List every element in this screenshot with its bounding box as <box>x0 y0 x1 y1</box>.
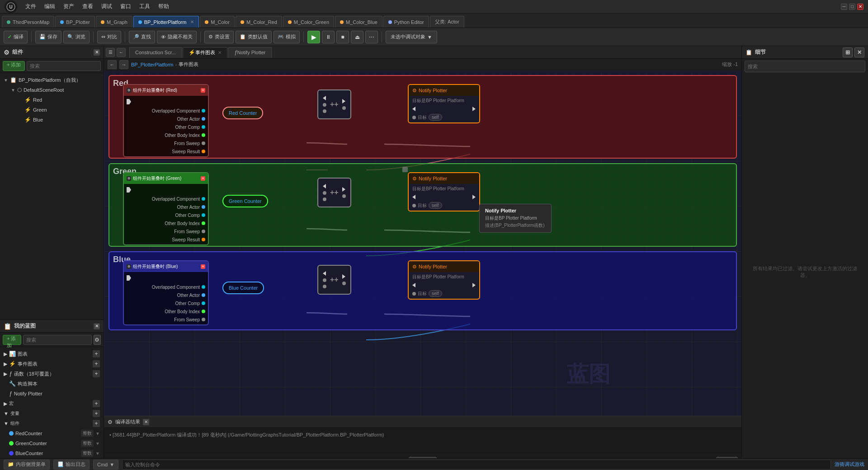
bp-section-add-macro[interactable]: + <box>93 400 100 407</box>
close-btn[interactable]: ✕ <box>857 4 863 10</box>
menu-tools[interactable]: 工具 <box>136 2 154 11</box>
play-button[interactable]: ▶ <box>307 31 320 43</box>
blue-trigger-close[interactable]: ✕ <box>201 264 205 269</box>
red-trigger-close[interactable]: ✕ <box>201 88 205 93</box>
bp-section-add-events[interactable]: + <box>93 360 100 367</box>
save-button[interactable]: 💾 保存 <box>35 31 61 43</box>
right-panel-grid-view-btn[interactable]: ⊞ <box>843 47 853 57</box>
bp-section-macro[interactable]: ▶ 宏 + <box>0 399 104 409</box>
green-trigger-node[interactable]: ⚙ 组件开始重叠时 (Green) ✕ Overlapped Component <box>123 172 209 245</box>
sub-tab-event-graph[interactable]: ⚡ 事件图表 ✕ <box>183 47 227 58</box>
right-panel-search-input[interactable] <box>745 61 865 72</box>
sub-tab-menu-icon[interactable]: ☰ <box>106 48 115 57</box>
cmd-label-btn[interactable]: Cmd ▼ <box>93 460 118 470</box>
bp-section-add-component[interactable]: + <box>93 420 100 427</box>
bp-section-add-functions[interactable]: + <box>93 370 100 377</box>
bp-section-constructor[interactable]: ▶ 🔧 构造脚本 <box>0 379 104 389</box>
bp-section-functions[interactable]: ▶ ƒ 函数（18可覆盖） + <box>0 369 104 379</box>
component-search-input[interactable] <box>27 61 101 71</box>
simulate-button[interactable]: 🎮 模拟 <box>274 31 300 43</box>
browse-button[interactable]: 🔍 浏览 <box>63 31 90 43</box>
tab-m-color-blue[interactable]: M_Color_Blue <box>335 16 382 28</box>
tab-close-bp-plotterplatform[interactable]: ✕ <box>190 19 194 24</box>
nav-back-button[interactable]: ← <box>108 60 117 69</box>
menu-debug[interactable]: 调试 <box>98 2 116 11</box>
green-trigger-close[interactable]: ✕ <box>201 176 205 181</box>
add-component-button[interactable]: + 添加 <box>3 61 25 71</box>
diff-button[interactable]: ⇔ 对比 <box>97 31 121 43</box>
step-button[interactable]: ⋯ <box>365 31 378 43</box>
bp-section-components[interactable]: ▼ 组件 + <box>0 418 104 428</box>
find-button[interactable]: 🔎 直找 <box>129 31 155 43</box>
tab-python-editor[interactable]: Python Editor <box>383 16 429 28</box>
minimize-btn[interactable]: ─ <box>841 4 847 10</box>
tab-bp-plotter[interactable]: BP_Plotter <box>55 16 95 28</box>
tab-m-color-red[interactable]: M_Color_Red <box>236 16 282 28</box>
bp-section-notify-plotter[interactable]: ▶ ƒ Notify Plotter <box>0 389 104 399</box>
red-trigger-node[interactable]: ⚙ 组件开始重叠时 (Red) ✕ Overlapped Component <box>123 84 209 157</box>
green-notify-node[interactable]: ⚙ Notify Plotter 目标是BP Plotter Platform … <box>408 172 480 212</box>
bp-section-add-variable[interactable]: + <box>93 410 100 417</box>
tree-item-bp-plotterplatform[interactable]: ▼ 📋 BP_PlotterPlatform（自我） <box>0 75 104 85</box>
green-gate-node[interactable]: ++ <box>317 178 351 207</box>
compile-button[interactable]: ✓ 编译 <box>4 31 28 43</box>
sub-tab-event-graph-close[interactable]: ✕ <box>218 50 222 55</box>
menu-help[interactable]: 帮助 <box>155 2 173 11</box>
bp-panel-close[interactable]: ✕ <box>94 323 100 329</box>
menu-file[interactable]: 文件 <box>22 2 40 11</box>
debug-target-dropdown[interactable]: 未选中调试对象 ▼ <box>386 31 437 43</box>
tab-m-color[interactable]: M_Color <box>200 16 235 28</box>
eject-button[interactable]: ⏏ <box>351 31 363 43</box>
blue-notify-node[interactable]: ⚙ Notify Plotter 目标是BP Plotter Platform … <box>408 260 480 300</box>
components-panel-close[interactable]: ✕ <box>94 49 100 56</box>
menu-view[interactable]: 查看 <box>79 2 97 11</box>
nav-forward-button[interactable]: → <box>119 60 128 69</box>
sub-tab-notify-plotter[interactable]: ƒ Notify Plotter <box>228 47 272 58</box>
maximize-btn[interactable]: □ <box>849 4 855 10</box>
tab-thirdpersonmap[interactable]: ThirdPersonMap <box>2 16 54 28</box>
tab-m-graph[interactable]: M_Graph <box>96 16 132 28</box>
blue-gate-node[interactable]: ++ <box>317 265 351 295</box>
bp-section-add-charts[interactable]: + <box>93 350 100 357</box>
tab-bp-plotterplatform[interactable]: BP_PlotterPlatform ✕ <box>133 16 199 28</box>
red-notify-node[interactable]: ⚙ Notify Plotter 目标是BP Plotter Platform … <box>408 84 480 123</box>
bp-panel-header[interactable]: 📋 我的蓝图 ✕ <box>0 320 104 333</box>
menu-window[interactable]: 窗口 <box>117 2 135 11</box>
var-item-redcounter[interactable]: RedCounter 整数 ▼ <box>0 428 104 438</box>
tree-item-green[interactable]: ▶ ⚡ Green <box>0 105 104 115</box>
menu-asset[interactable]: 资产 <box>60 2 78 11</box>
tree-item-defaultsceneroot[interactable]: ▼ ⬡ DefaultSceneRoot <box>0 85 104 95</box>
bp-section-charts[interactable]: ▶ 📊 图表 + <box>0 349 104 359</box>
right-panel-close-btn[interactable]: ✕ <box>854 47 864 57</box>
tab-parent-actor[interactable]: 父类: Actor <box>430 16 464 28</box>
var-item-bluecounter[interactable]: BlueCounter 整数 ▼ <box>0 448 104 458</box>
blue-trigger-node[interactable]: ⚙ 组件开始重叠时 (Blue) ✕ Overlapped Component <box>123 260 209 325</box>
bp-settings-icon[interactable]: ⚙ <box>94 335 101 345</box>
red-counter-node[interactable]: Red Counter <box>222 107 263 119</box>
class-settings-button[interactable]: ⚙ 类设置 <box>204 31 234 43</box>
bottom-panel-close-btn[interactable]: ✕ <box>143 419 149 425</box>
menu-edit[interactable]: 编辑 <box>41 2 59 11</box>
bp-search-input[interactable] <box>23 335 92 345</box>
content-browser-btn[interactable]: 📁 内容侧滑菜单 <box>4 460 50 470</box>
green-counter-node[interactable]: Green Counter <box>222 195 268 207</box>
var-item-greencounter[interactable]: GreenCounter 整数 ▼ <box>0 438 104 448</box>
bp-canvas[interactable]: Red ⚙ 组件开始重叠时 (Red) ✕ Overlapped Com <box>104 70 741 416</box>
sub-tab-back-icon[interactable]: ← <box>117 48 126 57</box>
add-bp-button[interactable]: + 添加 <box>3 335 21 345</box>
pause-button[interactable]: ⏸ <box>322 31 335 43</box>
bp-section-variables[interactable]: ▼ 变量 + <box>0 409 104 418</box>
tree-item-red[interactable]: ▶ ⚡ Red <box>0 95 104 105</box>
tree-item-blue[interactable]: ▶ ⚡ Blue <box>0 115 104 125</box>
status-right-link[interactable]: 游骑调试游戏 <box>835 461 864 468</box>
stop-button[interactable]: ■ <box>336 31 349 43</box>
output-log-btn[interactable]: 📃 输出日志 <box>53 460 90 470</box>
sub-tab-construction[interactable]: Construction Scr... <box>129 47 182 58</box>
hide-button[interactable]: 👁 隐藏不相关 <box>157 31 197 43</box>
tab-m-color-green[interactable]: M_Color_Green <box>283 16 334 28</box>
blue-counter-node[interactable]: Blue Counter <box>222 282 264 294</box>
red-gate-node[interactable]: ++ <box>317 89 351 119</box>
cmd-input[interactable] <box>122 460 831 470</box>
breadcrumb-root[interactable]: BP_PlotterPlatform <box>131 62 174 67</box>
class-defaults-button[interactable]: 📋 类默认值 <box>236 31 272 43</box>
